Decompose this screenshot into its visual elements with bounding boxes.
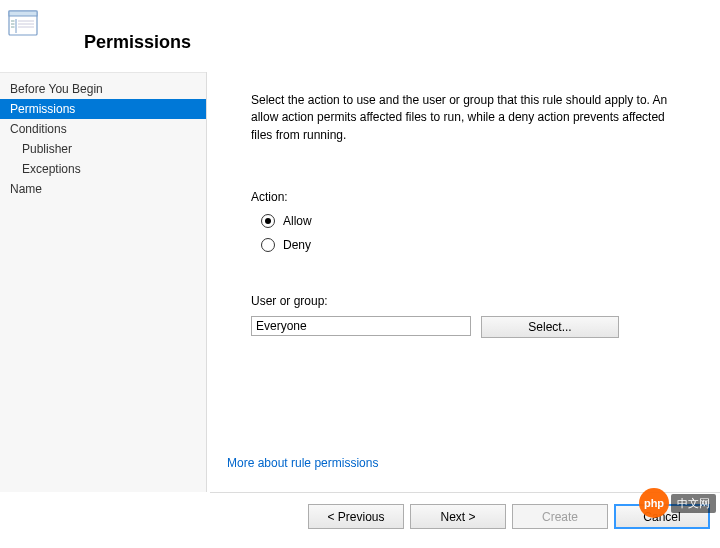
- watermark: php 中文网: [639, 488, 716, 518]
- action-radio-group: Allow Deny: [261, 214, 696, 262]
- user-group-label: User or group:: [251, 294, 696, 308]
- watermark-logo-icon: php: [639, 488, 669, 518]
- select-user-button[interactable]: Select...: [481, 316, 619, 338]
- step-publisher[interactable]: Publisher: [0, 139, 206, 159]
- wizard-body: Before You Begin Permissions Conditions …: [0, 72, 720, 492]
- more-about-link[interactable]: More about rule permissions: [227, 456, 378, 470]
- user-group-row: Select...: [251, 316, 696, 338]
- svg-rect-1: [9, 11, 37, 16]
- next-button[interactable]: Next >: [410, 504, 506, 529]
- action-deny-option[interactable]: Deny: [261, 238, 696, 252]
- page-title: Permissions: [84, 32, 191, 53]
- wizard-header: Permissions: [0, 0, 720, 72]
- step-permissions[interactable]: Permissions: [0, 99, 206, 119]
- radio-allow-label: Allow: [283, 214, 312, 228]
- instructions-text: Select the action to use and the user or…: [251, 92, 671, 144]
- create-button[interactable]: Create: [512, 504, 608, 529]
- wizard-steps-sidebar: Before You Begin Permissions Conditions …: [0, 72, 206, 492]
- step-exceptions[interactable]: Exceptions: [0, 159, 206, 179]
- step-conditions[interactable]: Conditions: [0, 119, 206, 139]
- step-name[interactable]: Name: [0, 179, 206, 199]
- radio-allow-icon: [261, 214, 275, 228]
- wizard-icon: [8, 10, 38, 36]
- main-panel: Select the action to use and the user or…: [207, 72, 720, 492]
- action-label: Action:: [251, 190, 696, 204]
- radio-deny-icon: [261, 238, 275, 252]
- user-group-input[interactable]: [251, 316, 471, 336]
- action-allow-option[interactable]: Allow: [261, 214, 696, 228]
- previous-button[interactable]: < Previous: [308, 504, 404, 529]
- radio-deny-label: Deny: [283, 238, 311, 252]
- step-before-you-begin[interactable]: Before You Begin: [0, 79, 206, 99]
- watermark-text: 中文网: [671, 494, 716, 513]
